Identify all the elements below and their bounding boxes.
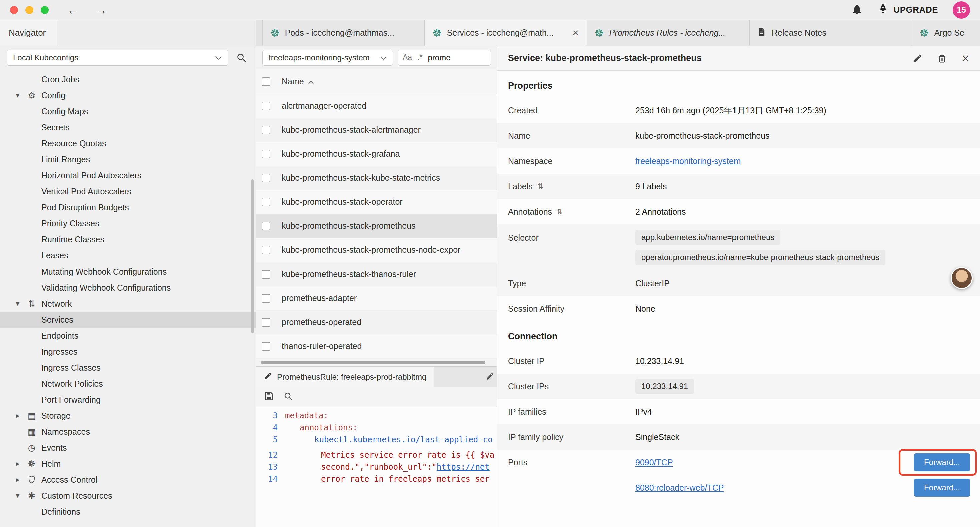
table-row[interactable]: kube-prometheus-stack-grafana <box>256 142 497 166</box>
row-checkbox[interactable] <box>261 318 270 326</box>
table-row[interactable]: alertmanager-operated <box>256 94 497 118</box>
sidebar-item-cron-jobs[interactable]: Cron Jobs <box>0 72 256 88</box>
sidebar-item-pod-disruption-budgets[interactable]: Pod Disruption Budgets <box>0 199 256 215</box>
search-input[interactable]: Aa .* prome <box>398 50 491 66</box>
table-row[interactable]: kube-prometheus-stack-prometheus-node-ex… <box>256 238 497 262</box>
table-row[interactable]: kube-prometheus-stack-alertmanager <box>256 118 497 142</box>
table-row[interactable]: kube-prometheus-stack-operator <box>256 190 497 214</box>
regex-toggle[interactable]: .* <box>417 53 422 62</box>
item-label: Definitions <box>41 507 80 517</box>
config-icon: ⚙ <box>27 91 37 101</box>
delete-trash-icon[interactable] <box>937 53 947 64</box>
sidebar-item-secrets[interactable]: Secrets <box>0 119 256 135</box>
close-tab-icon[interactable]: × <box>572 27 579 39</box>
sidebar-item-runtime-classes[interactable]: Runtime Classes <box>0 231 256 247</box>
row-checkbox[interactable] <box>261 102 270 110</box>
row-checkbox[interactable] <box>261 246 270 255</box>
zoom-window-button[interactable] <box>41 6 49 14</box>
sidebar-scrollbar[interactable] <box>251 180 254 333</box>
sidebar-item-endpoints[interactable]: Endpoints <box>0 328 256 344</box>
sidebar-item-mutating-webhook-configurations[interactable]: Mutating Webhook Configurations <box>0 263 256 280</box>
horizontal-scrollbar-thumb[interactable] <box>261 361 485 364</box>
close-icon[interactable]: × <box>962 52 969 65</box>
name-column-header[interactable]: Name <box>282 77 314 86</box>
back-icon[interactable]: ← <box>67 4 80 16</box>
tab-argo[interactable]: ☸ Argo Se <box>912 20 980 46</box>
floating-user-avatar[interactable] <box>951 267 973 289</box>
table-row-selected[interactable]: kube-prometheus-stack-prometheus <box>256 214 497 238</box>
sidebar-item-validating-webhook-configurations[interactable]: Validating Webhook Configurations <box>0 280 256 296</box>
select-all-checkbox[interactable] <box>261 77 270 86</box>
upgrade-button[interactable]: UPGRADE <box>877 3 938 17</box>
match-case-toggle[interactable]: Aa <box>402 53 412 62</box>
sidebar-group-access-control[interactable]: ▸Access Control <box>0 471 256 488</box>
table-row[interactable]: thanos-ruler-operated <box>256 334 497 358</box>
save-icon[interactable] <box>264 391 274 403</box>
expand-toggle-icon[interactable]: ⇅ <box>557 207 563 216</box>
sidebar-item-resource-quotas[interactable]: Resource Quotas <box>0 135 256 151</box>
minimize-window-button[interactable] <box>25 6 33 14</box>
row-checkbox[interactable] <box>261 270 270 279</box>
tab-prometheus-rules[interactable]: ☸ Prometheus Rules - icecheng... <box>587 20 749 46</box>
sidebar-item-config-maps[interactable]: Config Maps <box>0 103 256 119</box>
sidebar-group-custom-resources[interactable]: ▾✱Custom Resources <box>0 488 256 504</box>
forward-icon[interactable]: → <box>95 4 107 16</box>
storage-icon: ▤ <box>27 411 37 421</box>
notification-count-badge[interactable]: 15 <box>953 2 970 19</box>
row-checkbox[interactable] <box>261 294 270 303</box>
row-checkbox[interactable] <box>261 198 270 207</box>
row-checkbox[interactable] <box>261 150 270 158</box>
forward-port-button[interactable]: Forward... <box>914 453 970 471</box>
sidebar-item-port-forwarding[interactable]: Port Forwarding <box>0 392 256 408</box>
tab-pods[interactable]: ☸ Pods - icecheng@mathmas... <box>262 20 425 46</box>
sidebar-item-network-policies[interactable]: Network Policies <box>0 376 256 392</box>
port-link-8080[interactable]: 8080:reloader-web/TCP <box>635 483 724 493</box>
port-link-9090[interactable]: 9090/TCP <box>635 458 673 467</box>
forward-port-button[interactable]: Forward... <box>914 479 970 497</box>
row-label: Cluster IPs <box>508 382 635 391</box>
sidebar-item-ingress-classes[interactable]: Ingress Classes <box>0 360 256 376</box>
row-checkbox[interactable] <box>261 222 270 231</box>
namespace-link[interactable]: freeleaps-monitoring-system <box>635 156 740 166</box>
close-window-button[interactable] <box>10 6 18 14</box>
horizontal-scrollbar <box>256 358 497 366</box>
table-row[interactable]: prometheus-adapter <box>256 286 497 310</box>
kubeconfig-select[interactable]: Local Kubeconfigs <box>7 50 229 66</box>
sidebar-group-network[interactable]: ▾⇅Network <box>0 296 256 312</box>
service-name: kube-prometheus-stack-kube-state-metrics <box>282 173 440 183</box>
dock-tab-prometheusrule[interactable]: PrometheusRule: freeleaps-prod-rabbitmq <box>256 366 434 387</box>
row-value: 10.233.14.91 <box>635 356 969 366</box>
sidebar-item-priority-classes[interactable]: Priority Classes <box>0 215 256 231</box>
sidebar-item-horizontal-pod-autoscalers[interactable]: Horizontal Pod Autoscalers <box>0 167 256 183</box>
edit-pencil-icon[interactable] <box>912 53 922 64</box>
yaml-editor[interactable]: 3metadata: 4annotations: 5kubectl.kubern… <box>256 407 497 527</box>
sidebar-item-definitions[interactable]: Definitions <box>0 504 256 520</box>
sidebar-group-config[interactable]: ▾⚙Config <box>0 88 256 103</box>
sidebar-item-namespaces[interactable]: ▦Namespaces <box>0 424 256 439</box>
tab-services[interactable]: ☸ Services - icecheng@math... × <box>425 20 587 46</box>
sidebar-item-ingresses[interactable]: Ingresses <box>0 344 256 360</box>
dock-tab-cut[interactable] <box>434 366 497 387</box>
row-checkbox[interactable] <box>261 126 270 134</box>
namespace-select[interactable]: freeleaps-monitoring-system <box>262 50 393 66</box>
sidebar-item-limit-ranges[interactable]: Limit Ranges <box>0 151 256 167</box>
search-icon[interactable] <box>283 392 293 402</box>
tab-release-notes[interactable]: Release Notes <box>749 20 912 46</box>
sidebar-item-services[interactable]: Services <box>0 312 256 328</box>
expand-toggle-icon[interactable]: ⇅ <box>538 182 543 191</box>
sidebar-group-storage[interactable]: ▸▤Storage <box>0 408 256 424</box>
sidebar-item-leases[interactable]: Leases <box>0 247 256 263</box>
window-titlebar: ← → UPGRADE 15 <box>0 0 980 20</box>
row-checkbox[interactable] <box>261 174 270 182</box>
table-row[interactable]: kube-prometheus-stack-thanos-ruler <box>256 262 497 286</box>
table-row[interactable]: kube-prometheus-stack-kube-state-metrics <box>256 166 497 190</box>
notifications-bell-icon[interactable] <box>851 4 862 16</box>
sidebar-group-helm[interactable]: ▸☸Helm <box>0 455 256 471</box>
row-checkbox[interactable] <box>261 342 270 350</box>
search-icon[interactable] <box>234 50 249 65</box>
kubernetes-cluster-icon: ☸ <box>594 28 604 38</box>
table-row[interactable]: prometheus-operated <box>256 310 497 334</box>
sidebar-item-vertical-pod-autoscalers[interactable]: Vertical Pod Autoscalers <box>0 183 256 199</box>
sidebar-item-events[interactable]: ◷Events <box>0 439 256 455</box>
detail-drawer: Service: kube-prometheus-stack-prometheu… <box>497 46 980 527</box>
